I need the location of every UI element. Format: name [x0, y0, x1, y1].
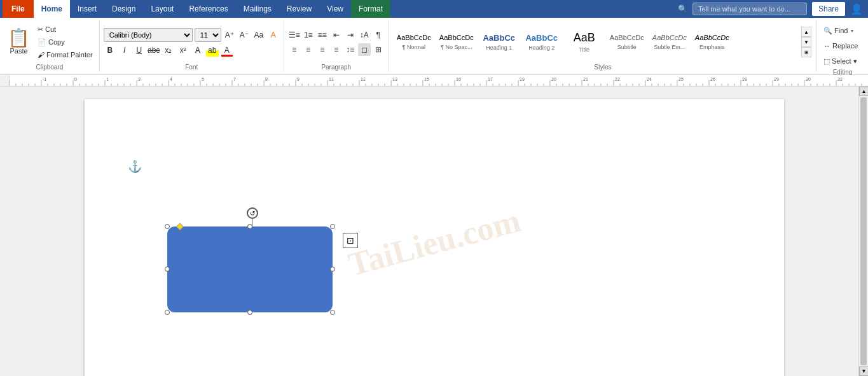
numbering-button[interactable]: 1≡ — [302, 29, 315, 41]
style-normal[interactable]: AaBbCcDc ¶ Normal — [393, 22, 435, 62]
align-center-button[interactable]: ≡ — [302, 43, 315, 56]
italic-button[interactable]: I — [118, 44, 131, 57]
shading-button[interactable]: ◻ — [358, 43, 371, 56]
paste-label: Paste — [10, 47, 27, 55]
tab-references[interactable]: References — [181, 0, 235, 18]
handle-bottom-left[interactable] — [165, 310, 170, 315]
bold-button[interactable]: B — [104, 44, 116, 57]
scroll-thumb[interactable] — [860, 97, 867, 365]
decrease-font-button[interactable]: A⁻ — [238, 29, 251, 41]
svg-text:3: 3 — [138, 77, 141, 81]
font-name-select[interactable]: Calibri (Body) — [104, 28, 193, 42]
increase-indent-button[interactable]: ⇥ — [344, 29, 357, 41]
bullets-button[interactable]: ☰≡ — [288, 29, 301, 41]
underline-button[interactable]: U — [133, 44, 146, 57]
styles-expand[interactable]: ⊞ — [801, 47, 811, 57]
rotate-circle[interactable]: ↺ — [247, 207, 258, 219]
style-subtitle[interactable]: AaBbCcDc Subtitle — [606, 22, 648, 62]
align-left-button[interactable]: ≡ — [288, 43, 301, 56]
share-button[interactable]: Share — [812, 2, 845, 16]
clipboard-label: Clipboard — [4, 62, 95, 72]
handle-top-left[interactable] — [165, 224, 170, 229]
handle-middle-right[interactable] — [330, 267, 335, 272]
replace-label: Replace — [832, 42, 858, 50]
select-button[interactable]: ⬚ Select ▾ — [821, 55, 860, 67]
style-title-preview: AaB — [574, 31, 595, 45]
style-no-spacing[interactable]: AaBbCcDc ¶ No Spac... — [436, 22, 478, 62]
svg-text:5: 5 — [202, 77, 204, 81]
svg-text:21: 21 — [583, 77, 588, 81]
borders-button[interactable]: ⊞ — [372, 43, 385, 56]
handle-middle-left[interactable] — [165, 267, 170, 272]
style-emphasis-name: Emphasis — [699, 44, 725, 50]
styles-scroll-down[interactable]: ▼ — [801, 37, 811, 47]
cut-button[interactable]: ✂ Cut — [35, 24, 95, 35]
layout-options-icon[interactable]: ⊡ — [343, 233, 358, 248]
svg-text:16: 16 — [456, 77, 461, 81]
styles-group: AaBbCcDc ¶ Normal AaBbCcDc ¶ No Spac... … — [389, 20, 817, 72]
para-controls: ☰≡ 1≡ ≡≡ ⇤ ⇥ ↕A ¶ ≡ ≡ ≡ ≡ ↕≡ ◻ ⊞ — [288, 29, 385, 56]
style-subtitle-preview: AaBbCcDc — [610, 34, 644, 42]
copy-button[interactable]: 📄 Copy — [35, 36, 95, 48]
tell-me-input[interactable] — [692, 3, 807, 15]
scroll-down-button[interactable]: ▼ — [859, 366, 868, 376]
tab-design[interactable]: Design — [104, 0, 143, 18]
replace-button[interactable]: ↔ Replace — [821, 39, 860, 52]
superscript-button[interactable]: x² — [177, 44, 189, 57]
select-icon: ⬚ — [823, 57, 830, 66]
handle-bottom-center[interactable] — [247, 310, 252, 315]
sort-button[interactable]: ↕A — [358, 29, 371, 41]
strikethrough-button[interactable]: abc — [148, 44, 160, 57]
decrease-indent-button[interactable]: ⇤ — [330, 29, 343, 41]
ribbon-search-area: 🔍 Share 👤 — [678, 0, 868, 18]
tab-insert[interactable]: Insert — [70, 0, 104, 18]
style-emphasis[interactable]: AaBbCcDc Emphasis — [691, 22, 733, 62]
anchor-icon: ⚓ — [128, 160, 142, 174]
subscript-button[interactable]: x₂ — [162, 44, 175, 57]
paragraph-group-content: ☰≡ 1≡ ≡≡ ⇤ ⇥ ↕A ¶ ≡ ≡ ≡ ≡ ↕≡ ◻ ⊞ — [288, 22, 385, 62]
svg-text:17: 17 — [488, 77, 493, 81]
align-right-button[interactable]: ≡ — [316, 43, 329, 56]
tab-home[interactable]: Home — [34, 0, 70, 18]
tab-format[interactable]: Format — [351, 0, 390, 18]
tab-review[interactable]: Review — [279, 0, 319, 18]
styles-scroll-up[interactable]: ▲ — [801, 27, 811, 37]
font-color-button[interactable]: A — [221, 44, 233, 57]
style-heading1[interactable]: AaBbCc Heading 1 — [478, 22, 520, 62]
text-highlight-button[interactable]: ab — [206, 44, 219, 57]
select-label: Select ▾ — [832, 57, 857, 66]
tab-view[interactable]: View — [319, 0, 351, 18]
tab-mailings[interactable]: Mailings — [236, 0, 279, 18]
style-subtle-em-preview: AaBbCcDc — [652, 34, 687, 42]
style-subtle-em-name: Subtle Em... — [654, 44, 685, 50]
scroll-up-button[interactable]: ▲ — [859, 87, 868, 96]
text-effects-button[interactable]: A — [191, 44, 204, 57]
paste-button[interactable]: 📋 Paste — [4, 23, 34, 61]
style-subtitle-name: Subtitle — [617, 44, 637, 50]
svg-text:22: 22 — [615, 77, 620, 81]
svg-text:0: 0 — [74, 77, 77, 81]
find-button[interactable]: 🔍 Find ▼ — [821, 24, 860, 37]
tab-file[interactable]: File — [3, 0, 34, 18]
show-marks-button[interactable]: ¶ — [372, 29, 385, 41]
handle-top-center[interactable] — [247, 224, 252, 229]
style-heading2[interactable]: AaBbCc Heading 2 — [521, 22, 563, 62]
clear-format-button[interactable]: A — [267, 29, 280, 41]
line-spacing-button[interactable]: ↕≡ — [344, 43, 357, 56]
font-size-select[interactable]: 11 — [195, 28, 221, 42]
increase-font-button[interactable]: A⁺ — [223, 29, 236, 41]
style-title[interactable]: AaB Title — [563, 22, 605, 62]
format-painter-button[interactable]: 🖌 Format Painter — [35, 49, 95, 60]
multilevel-button[interactable]: ≡≡ — [316, 29, 329, 41]
change-case-button[interactable]: Aa — [252, 29, 265, 41]
style-heading2-name: Heading 2 — [528, 45, 555, 51]
handle-top-right[interactable] — [330, 224, 335, 229]
blue-rounded-rectangle[interactable]: ⊡ — [167, 226, 333, 312]
justify-button[interactable]: ≡ — [330, 43, 343, 56]
style-subtle-em[interactable]: AaBbCcDc Subtle Em... — [649, 22, 691, 62]
main-content: TaiLieu.com ⚓ ↺ ⊡ — [0, 87, 868, 376]
watermark: TaiLieu.com — [344, 202, 524, 284]
tab-layout[interactable]: Layout — [143, 0, 181, 18]
format-painter-icon: 🖌 — [38, 51, 45, 59]
handle-bottom-right[interactable] — [330, 310, 335, 315]
